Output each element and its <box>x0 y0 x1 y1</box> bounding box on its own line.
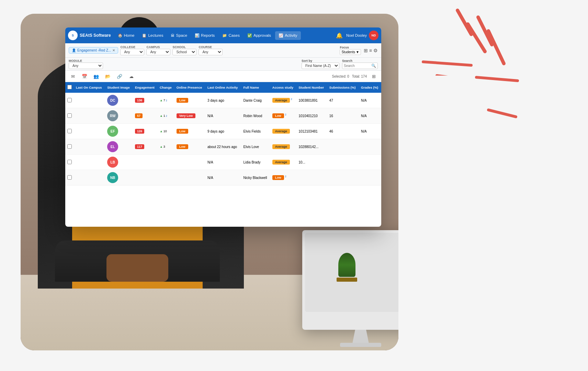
col-full-name: Full Name <box>241 82 270 93</box>
col-student-image: Student Image <box>105 82 133 93</box>
row-checkbox[interactable] <box>65 93 74 108</box>
nav-lectures[interactable]: 📋 Lectures <box>138 31 167 40</box>
student-avatar: LB <box>107 157 118 168</box>
select-all-checkbox[interactable] <box>67 85 72 89</box>
focus-select[interactable]: Students ▼ <box>340 49 361 55</box>
cell-access: Low 2 <box>270 170 296 186</box>
students-table: Last On Campus Student Image Engagement … <box>65 82 381 186</box>
cell-online-presence <box>174 170 205 186</box>
row-checkbox[interactable] <box>65 108 74 124</box>
total-count: Total: 174 <box>352 75 367 78</box>
main-container: S SEAtS Software 🏠 Home 📋 Lectures 🏛 Spa… <box>0 0 588 371</box>
cell-submissions: 46 <box>327 124 359 139</box>
module-select[interactable]: Any <box>69 63 103 69</box>
row-checkbox[interactable] <box>65 139 74 155</box>
cell-last-online: N/A <box>205 108 241 124</box>
nav-cases[interactable]: 📁 Cases <box>219 31 243 40</box>
calendar-icon[interactable]: 📅 <box>80 72 89 80</box>
col-online-presence: Online Presence <box>174 82 205 93</box>
list-icon[interactable]: ≡ <box>369 48 372 53</box>
table-header-row: Last On Campus Student Image Engagement … <box>65 82 381 93</box>
cell-engagement: 126 <box>133 124 158 139</box>
sort-select[interactable]: First Name (A-Z) <box>302 63 339 69</box>
email-icon[interactable]: ✉ <box>69 72 77 80</box>
school-filter: School School <box>172 45 196 55</box>
cell-grades: N/A <box>359 93 381 108</box>
table-row: RW 57 ▲ 1 2 <box>65 108 381 124</box>
cell-full-name: Elvis Love <box>241 139 270 155</box>
nav-space[interactable]: 🏛 Space <box>167 31 191 40</box>
cell-last-online: N/A <box>205 155 241 170</box>
presence-badge: Low <box>177 98 188 103</box>
cell-student-number <box>296 170 327 186</box>
row-checkbox[interactable] <box>65 124 74 139</box>
row-checkbox[interactable] <box>65 170 74 186</box>
access-count: 2 <box>285 113 286 116</box>
svg-line-6 <box>476 77 518 81</box>
nav-approvals[interactable]: ✅ Approvals <box>244 31 274 40</box>
cell-full-name: Robin Wood <box>241 108 270 124</box>
col-engagement: Engagement <box>133 82 158 93</box>
nav-cases-label: Cases <box>228 33 240 37</box>
nav-space-label: Space <box>176 33 187 37</box>
user-avatar: ND <box>369 31 378 40</box>
users-icon[interactable]: 👥 <box>92 72 100 80</box>
change-indicator: ▲ 1 2 <box>160 114 172 117</box>
cell-student-image: EF <box>105 124 133 139</box>
grid-icon[interactable]: ⊞ <box>364 48 368 53</box>
nav-home[interactable]: 🏠 Home <box>114 31 138 40</box>
cloud-icon[interactable]: ☁ <box>127 72 135 80</box>
svg-line-5 <box>488 31 504 64</box>
columns-icon[interactable]: ⊞ <box>370 72 378 80</box>
cell-engagement <box>133 155 158 170</box>
filter-bar-2: Module Any Sort by First Name (A-Z) Sear… <box>65 58 381 71</box>
app-logo[interactable]: S SEAtS Software <box>68 31 111 40</box>
school-select[interactable]: School <box>172 49 196 55</box>
row-checkbox[interactable] <box>65 155 74 170</box>
engagement-filter-chip[interactable]: 👤 Engagement -Red Z... ✕ <box>69 47 118 54</box>
student-avatar: EL <box>107 141 118 152</box>
cell-full-name: Dante Craig <box>241 93 270 108</box>
cell-last-online: N/A <box>205 170 241 186</box>
cell-access: Average <box>270 155 296 170</box>
cell-online-presence <box>174 155 205 170</box>
cell-submissions <box>327 139 359 155</box>
focus-chevron-icon: ▼ <box>356 50 359 54</box>
link-icon[interactable]: 🔗 <box>115 72 124 80</box>
space-icon: 🏛 <box>171 33 174 37</box>
cell-grades: N/A <box>359 108 381 124</box>
user-info[interactable]: Noel Dooley ND <box>346 31 378 40</box>
cell-access: Average 2 <box>270 93 296 108</box>
filter-right: Focus Students ▼ ⊞ ≡ ⚙ <box>340 46 378 55</box>
remove-engagement-icon[interactable]: ✕ <box>112 48 115 52</box>
nav-activity[interactable]: 📈 Activity <box>275 31 301 40</box>
cell-change: ▲ 1 2 <box>158 108 174 124</box>
college-select[interactable]: Any <box>120 49 144 55</box>
cell-student-number: 1012103481 <box>296 124 327 139</box>
activity-icon: 📈 <box>279 33 283 38</box>
toolbar: ✉ 📅 👥 📂 🔗 ☁ Selected: 0 Total: 174 ⊞ <box>65 71 381 82</box>
nav-reports[interactable]: 📊 Reports <box>191 31 218 40</box>
settings-icon[interactable]: ⚙ <box>373 48 378 53</box>
cell-student-number: 1003801891 <box>296 93 327 108</box>
campus-select[interactable]: Any <box>146 49 170 55</box>
presence-badge: Low <box>177 129 188 134</box>
campus-filter: Campus Any <box>146 45 170 55</box>
col-submissions: Submissions (%) <box>327 82 359 93</box>
reports-icon: 📊 <box>195 33 200 38</box>
search-input[interactable] <box>342 63 370 68</box>
folder-icon[interactable]: 📂 <box>104 72 112 80</box>
bell-icon[interactable]: 🔔 <box>336 32 343 39</box>
svg-line-2 <box>423 62 471 65</box>
change-badge: 2 <box>166 99 167 102</box>
deco-strokes-top <box>396 7 492 76</box>
cell-full-name: Elvis Fields <box>241 124 270 139</box>
svg-line-1 <box>468 24 485 52</box>
course-select[interactable]: Any <box>199 49 223 55</box>
col-change: Change <box>158 82 174 93</box>
cell-submissions: 16 <box>327 108 359 124</box>
engagement-badge: 136 <box>135 98 144 103</box>
cell-submissions: 47 <box>327 93 359 108</box>
change-value: 7 <box>163 99 165 102</box>
search-icon[interactable]: 🔍 <box>370 63 377 69</box>
